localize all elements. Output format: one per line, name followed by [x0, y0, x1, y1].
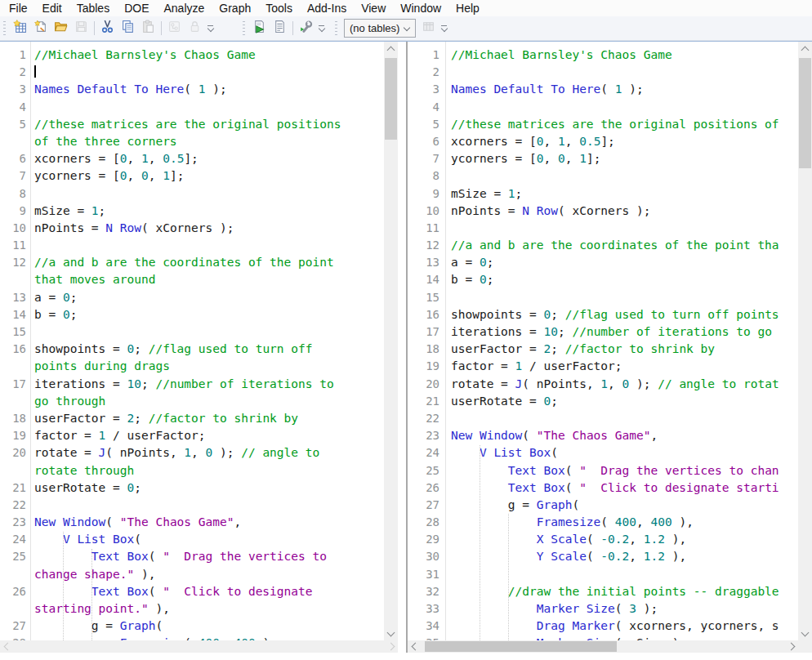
code-row: 22: [0, 497, 384, 514]
code-text: g = Graph(: [451, 497, 579, 514]
code-text: that moves around: [34, 271, 155, 288]
code-row: 12//a and b are the coordinates of the p…: [408, 237, 798, 254]
code-area-right[interactable]: 1//Michael Barnsley's Chaos Game23Names …: [408, 42, 798, 640]
debug-script-button[interactable]: [296, 19, 316, 38]
line-number: 19: [0, 427, 26, 444]
copy-button[interactable]: [118, 19, 138, 38]
open-file-icon: [54, 20, 68, 37]
code-editor-right-pane[interactable]: 1//Michael Barnsley's Chaos Game23Names …: [408, 42, 812, 653]
left-horizontal-scrollbar[interactable]: [0, 640, 398, 653]
left-vertical-scrollbar[interactable]: [384, 42, 398, 640]
right-horizontal-scrollbar[interactable]: [408, 640, 798, 653]
code-row: 24 V List Box(: [0, 531, 384, 548]
line-number: 24: [0, 531, 26, 548]
line-number: 30: [408, 548, 439, 565]
code-text: rotate through: [34, 462, 134, 479]
line-number: 33: [408, 600, 439, 618]
line-number: 15: [408, 289, 439, 306]
toolbar-separator: [161, 21, 162, 35]
line-number: 11: [0, 237, 26, 254]
scroll-up-arrow[interactable]: [384, 42, 398, 56]
code-text: //Michael Barnsley's Chaos Game: [34, 47, 256, 64]
line-number: 5: [408, 116, 439, 133]
line-number: 7: [0, 167, 26, 185]
toolbar-grip[interactable]: [335, 21, 337, 36]
code-row: 19factor = 1 / userFactor;: [0, 427, 384, 444]
code-row: starting point." ),: [0, 600, 384, 618]
code-row: 4: [0, 99, 384, 116]
menu-item-help[interactable]: Help: [448, 1, 487, 16]
indent-guide: [91, 549, 92, 649]
line-number: 7: [408, 150, 439, 167]
code-row: 2: [408, 64, 798, 81]
line-number: 29: [408, 531, 439, 548]
line-number: 17: [408, 323, 439, 341]
code-row: 18userFactor = 2; //factor to shrink by: [408, 341, 798, 358]
scroll-right-arrow[interactable]: [786, 640, 798, 653]
menu-bar: FileEditTablesDOEAnalyzeGraphToolsAdd-In…: [0, 0, 812, 16]
menu-item-graph[interactable]: Graph: [212, 1, 258, 16]
menu-item-view[interactable]: View: [354, 1, 393, 16]
new-data-table-button[interactable]: [10, 19, 30, 38]
scroll-left-arrow[interactable]: [408, 640, 420, 653]
code-row: 31: [408, 566, 798, 583]
code-text: starting point." ),: [34, 600, 170, 618]
code-row: 29 X Scale( -0.2, 1.2 ),: [408, 531, 798, 548]
cut-button[interactable]: [97, 19, 118, 38]
editor-split-view: 1//Michael Barnsley's Chaos Game23Names …: [0, 41, 812, 653]
scroll-thumb[interactable]: [425, 641, 617, 652]
menu-item-addins[interactable]: Add-Ins: [300, 1, 354, 16]
menu-item-file[interactable]: File: [2, 1, 35, 16]
toolbar-overflow-button[interactable]: [316, 20, 327, 38]
menu-item-tables[interactable]: Tables: [69, 1, 117, 16]
scroll-left-arrow[interactable]: [0, 640, 12, 653]
line-number: 31: [408, 566, 439, 583]
new-script-icon: [33, 20, 47, 37]
line-number: 18: [408, 341, 439, 358]
code-text: Y Scale( -0.2, 1.2 ),: [451, 548, 686, 565]
script-window-button[interactable]: [270, 19, 290, 38]
code-area-left[interactable]: 1//Michael Barnsley's Chaos Game23Names …: [0, 42, 384, 640]
right-vertical-scrollbar[interactable]: [798, 42, 812, 640]
menu-item-analyze[interactable]: Analyze: [157, 1, 212, 16]
line-number: 20: [0, 444, 26, 462]
menu-item-window[interactable]: Window: [393, 1, 448, 16]
new-data-table-icon: [13, 20, 27, 37]
code-text: g = Graph(: [34, 618, 163, 635]
scroll-thumb[interactable]: [385, 58, 397, 140]
code-text: b = 0;: [451, 271, 493, 288]
line-number: 13: [0, 289, 26, 306]
chevron-down-icon: [440, 25, 447, 32]
toolbar-overflow-button[interactable]: [439, 20, 449, 38]
open-file-button[interactable]: [51, 19, 71, 38]
toolbar-overflow-button[interactable]: [205, 20, 216, 38]
code-row: 13a = 0;: [0, 289, 384, 306]
code-row: 26 Text Box( " Click to designate starti: [408, 479, 798, 497]
code-editor-left-pane[interactable]: 1//Michael Barnsley's Chaos Game23Names …: [0, 42, 406, 653]
chevron-up-icon: [801, 46, 810, 54]
toolbar-grip[interactable]: [243, 21, 245, 36]
copy-icon: [121, 20, 135, 37]
line-number: 9: [408, 185, 439, 203]
tables-dropdown[interactable]: (no tables): [344, 19, 416, 38]
code-row: 7ycorners = [0, 0, 1];: [0, 167, 384, 185]
scroll-down-arrow[interactable]: [798, 627, 812, 640]
run-script-button[interactable]: [249, 19, 270, 38]
code-row: 12//a and b are the coordinates of the p…: [0, 254, 384, 271]
scroll-up-arrow[interactable]: [798, 42, 812, 56]
code-text: nPoints = N Row( xCorners );: [451, 203, 650, 220]
scroll-down-arrow[interactable]: [384, 627, 398, 640]
line-number: 24: [408, 444, 439, 462]
code-row: go through: [0, 393, 384, 410]
menu-item-tools[interactable]: Tools: [258, 1, 300, 16]
menu-item-edit[interactable]: Edit: [35, 1, 69, 16]
scrollbar-corner: [798, 640, 812, 653]
code-text: iterations = 10; //number of iterations …: [451, 323, 772, 341]
code-text: iterations = 10; //number of iterations …: [34, 376, 334, 393]
menu-item-doe[interactable]: DOE: [117, 1, 156, 16]
new-script-button[interactable]: [30, 19, 51, 38]
toolbar-grip[interactable]: [3, 21, 6, 36]
scroll-right-arrow[interactable]: [386, 640, 398, 653]
line-number: 2: [0, 64, 26, 81]
scroll-thumb[interactable]: [799, 58, 811, 168]
